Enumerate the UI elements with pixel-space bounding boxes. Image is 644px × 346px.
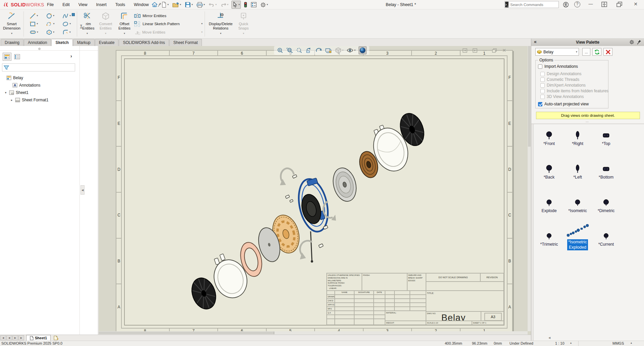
linear-sketch-pattern-button[interactable]: Linear Sketch Pattern ▾ [134,20,203,28]
view-thumb-front[interactable]: *Front [535,125,563,146]
tree-expanded-arrow[interactable]: ▾ [4,91,7,94]
rectangle-tool-button[interactable]: ▾ [26,20,42,28]
save-button[interactable]: ▾ [184,1,194,8]
select-tool-button[interactable]: ▾ [231,1,241,9]
offset-entities-button[interactable]: Offset Entities ▾ [115,10,133,38]
palette-scroll-left-button[interactable]: ◀ [547,335,552,340]
search-commands-box[interactable]: >_ ▾ [504,1,559,8]
tree-filter-box[interactable] [2,63,75,71]
units-value[interactable]: MMGS [612,341,624,345]
tree-collapsed-arrow[interactable]: ▸ [10,98,13,102]
tab-drawing[interactable]: Drawing [1,39,23,46]
doc-restore-icon[interactable] [492,48,497,53]
tree-item-annotations[interactable]: A Annotations [1,82,95,89]
view-thumb-trimetric[interactable]: *Trimetric [535,226,563,247]
view-thumb-isometric[interactable]: *Isometric [564,192,592,213]
next-sheet-button[interactable]: ▶ [12,335,18,340]
panel-expand-chevron[interactable]: › [70,53,72,59]
view-thumb-right[interactable]: *Right [564,125,592,146]
tree-item-root[interactable]: Belay [1,74,95,82]
refresh-palette-button[interactable] [592,48,601,56]
canvas-vertical-scrollbar[interactable] [528,46,531,331]
doc-close-icon[interactable]: ✕ [502,48,506,53]
display-manager-tab[interactable] [13,53,21,61]
open-caret[interactable]: ▾ [180,3,181,6]
previous-sheet-button[interactable]: ◀ [6,335,12,340]
redo-button[interactable]: ▾ [220,1,229,8]
close-palette-button[interactable] [603,48,612,56]
h-scroll-thumb[interactable] [99,332,274,334]
view-settings-button[interactable] [359,46,367,54]
search-input[interactable] [509,3,563,7]
view-thumb-isometric-exploded[interactable]: *Isometric Exploded [564,223,592,250]
menu-view[interactable]: View [78,2,88,7]
trim-entities-button[interactable]: TrimEntities ▾ [78,10,96,38]
first-sheet-button[interactable]: ◀ [0,335,6,340]
checkbox-auto-start-projected-view[interactable]: Auto-start projected view [538,102,589,106]
palette-document-dropdown[interactable]: Belay ▾ [535,48,579,56]
palette-options-gear-icon[interactable] [629,40,634,45]
tree-item-sheet1[interactable]: ▾ Sheet1 [1,89,95,96]
options-caret[interactable]: ▾ [267,3,268,6]
sheet-drawing-region[interactable]: UNLESS OTHERWISE SPECIFIED: DIMENSIONS A… [121,55,507,329]
circle-tool-button[interactable]: ▾ [42,12,59,20]
tab-solidworks-add-ins[interactable]: SOLIDWORKS Add-Ins [119,39,169,46]
view-thumb-current[interactable]: *Current [592,226,620,247]
menu-edit[interactable]: Edit [62,2,70,7]
dropdown-caret[interactable]: ▾ [576,51,577,53]
view-thumb-left[interactable]: *Left [564,159,592,180]
graphics-area[interactable]: 87654321 87654321 FEDCBA FEDCBA [99,46,531,335]
minimize-window-icon[interactable]: — [587,1,594,6]
tab-sketch[interactable]: Sketch [51,39,72,46]
view-thumb-dimetric[interactable]: *Dimetric [592,192,620,213]
tab-markup[interactable]: Markup [73,39,95,46]
print-caret[interactable]: ▾ [204,3,205,6]
menu-insert[interactable]: Insert [96,2,107,7]
zoom-to-fit-icon[interactable] [277,47,283,53]
polygon-tool-button[interactable]: ▾ [42,28,59,36]
select-tool-caret[interactable]: ▾ [238,3,240,6]
palette-splitter-dots[interactable]: ⋯ [531,120,644,123]
canvas-horizontal-scrollbar[interactable] [99,331,528,335]
doc-restore-pane-icon[interactable] [473,48,477,53]
rebuild-button[interactable] [243,1,248,8]
undo-button[interactable]: ▾ [208,1,217,8]
options-gear-button[interactable]: ▾ [260,1,269,8]
zoom-to-area-icon[interactable] [286,47,293,53]
zoom-in-out-icon[interactable] [296,47,303,53]
print-button[interactable]: ▾ [196,1,206,8]
doc-minimize-pane-icon[interactable] [463,48,467,53]
restore-window-icon[interactable] [616,2,622,7]
panel-splitter-dot[interactable] [38,48,41,50]
fillet-tool-button[interactable]: ▾ [58,28,75,36]
new-document-button[interactable]: ▾ [161,1,169,8]
tab-sheet-format[interactable]: Sheet Format [169,39,202,46]
add-sheet-button[interactable] [53,336,59,340]
ellipse-tool-button[interactable]: ▾ [58,20,75,28]
mirror-entities-button[interactable]: Mirror Entities [134,12,203,19]
smart-dimension-button[interactable]: Smart Dimension ▾ [1,10,22,38]
tab-evaluate[interactable]: Evaluate [95,39,119,46]
user-profile-icon[interactable] [563,2,569,8]
freeform-spline-tool-button[interactable]: ▾ [42,20,59,28]
units-caret[interactable]: ▴ [631,341,632,344]
hide-show-items-button[interactable]: ▾ [346,48,356,53]
sheet1-tab[interactable]: Sheet1 [26,335,51,341]
tree-item-sheet-format1[interactable]: ▸ Sheet Format1 [1,96,95,104]
point-tool-button[interactable] [72,13,75,16]
save-caret[interactable]: ▾ [192,3,193,6]
collapse-panel-icon[interactable]: « [534,39,537,44]
view-thumb-explode[interactable]: Explode [535,192,563,213]
panel-collapse-handle[interactable]: ◀ [80,185,85,195]
rotate-view-icon[interactable] [315,47,322,54]
sheet-scale-value[interactable]: 1 : 10 [555,341,565,345]
menu-window[interactable]: Window [134,2,149,7]
help-icon[interactable]: ? [574,1,580,7]
view-thumb-top[interactable]: *Top [592,125,620,146]
pin-panel-icon[interactable] [637,40,641,45]
file-properties-button[interactable] [250,1,257,8]
view-thumb-back[interactable]: *Back [535,159,563,180]
menu-file[interactable]: File [47,2,54,7]
v-scroll-thumb[interactable] [528,46,531,147]
close-window-icon[interactable]: ✕ [632,1,639,7]
